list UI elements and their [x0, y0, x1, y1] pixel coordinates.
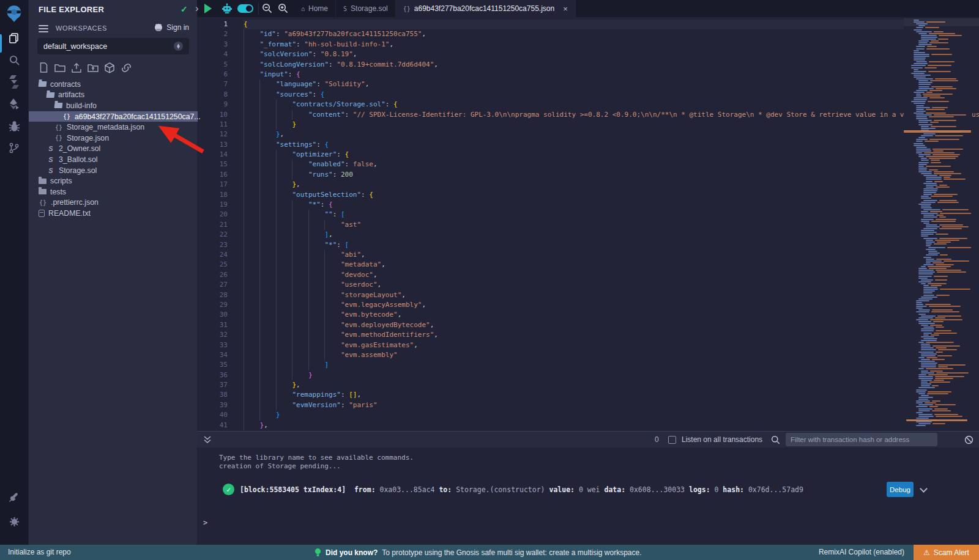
indent-guide — [259, 320, 260, 330]
copilot-toggle[interactable] — [237, 4, 253, 13]
tree-item[interactable]: {}.prettierrc.json — [29, 197, 198, 208]
zoom-out-icon[interactable] — [262, 3, 272, 16]
tree-item[interactable]: build-info — [29, 100, 198, 111]
workspace-select[interactable]: default_workspace ▲▼ — [37, 38, 189, 54]
clear-console-icon[interactable] — [964, 435, 973, 444]
git-init-button[interactable]: Initialize as git repo — [8, 545, 71, 560]
sidebar-item-plugin-manager[interactable] — [0, 486, 28, 508]
indent-guide — [244, 29, 244, 39]
tree-item[interactable]: S2_Owner.sol — [29, 144, 198, 155]
copilot-status[interactable]: RemixAI Copilot (enabled) — [819, 545, 904, 560]
tree-item[interactable]: SStorage.sol — [29, 165, 198, 176]
indent-guide — [259, 190, 260, 200]
indent-guide — [276, 210, 277, 219]
did-you-know-hint: Did you know? To prototype using the Gno… — [315, 545, 642, 560]
indent-guide — [244, 290, 244, 300]
expand-terminal-icon[interactable] — [203, 435, 212, 444]
indent-guide — [259, 180, 260, 190]
ethereum-deploy-icon — [9, 98, 20, 110]
indent-guide — [259, 390, 260, 400]
cube-icon[interactable] — [104, 62, 115, 73]
line-number: 34 — [197, 350, 228, 360]
tree-item[interactable]: {}Storage.json — [29, 133, 198, 144]
ai-copilot-robot-icon[interactable] — [221, 3, 233, 17]
upload-file-icon[interactable] — [71, 62, 82, 73]
sidebar-item-debugger[interactable] — [0, 115, 28, 137]
tab-a69b43f277ba20fcac141151250ca755-json[interactable]: {}a69b43f277ba20fcac141151250ca755.json× — [396, 0, 576, 17]
zoom-in-icon[interactable] — [278, 3, 288, 16]
status-bar: Initialize as git repo Did you know? To … — [0, 545, 979, 560]
indent-guide — [276, 160, 277, 169]
indent-guide — [244, 370, 244, 380]
tree-item[interactable]: contracts — [29, 79, 198, 90]
tab-storage-sol[interactable]: SStorage.sol — [336, 0, 396, 17]
tree-item[interactable]: artifacts — [29, 90, 198, 101]
tx-expand-caret-icon[interactable] — [920, 485, 928, 493]
indent-guide — [324, 290, 325, 300]
sidebar-item-settings[interactable] — [0, 510, 28, 532]
editor-scrollbar[interactable] — [971, 17, 979, 431]
sidebar-item-file-explorer[interactable] — [0, 27, 28, 49]
code-line: "metadata", — [244, 260, 979, 270]
editor-minimap[interactable] — [904, 17, 971, 431]
indent-guide — [244, 421, 244, 430]
indent-guide — [308, 310, 309, 320]
tree-item[interactable]: README.txt — [29, 208, 198, 219]
indent-guide — [244, 190, 244, 200]
line-number: 38 — [197, 390, 228, 400]
minimap-slider[interactable] — [904, 18, 979, 26]
scam-alert-button[interactable]: ⚠ Scam Alert — [914, 545, 979, 560]
debug-button[interactable]: Debug — [887, 482, 914, 497]
tree-item-label: Storage.sol — [59, 166, 97, 175]
code-line: "evm.deployedBytecode", — [244, 320, 979, 330]
tab-home[interactable]: ⌂Home — [294, 0, 336, 17]
run-script-button[interactable] — [204, 4, 212, 13]
new-folder-icon[interactable] — [54, 62, 65, 73]
github-sign-in[interactable]: Sign in — [154, 23, 189, 32]
indent-guide — [292, 250, 292, 260]
code-line: "evm.assembly" — [244, 350, 979, 360]
indent-guide — [244, 120, 244, 130]
indent-guide — [292, 280, 292, 290]
hamburger-menu-icon[interactable] — [39, 25, 48, 32]
chevron-right-icon[interactable]: › — [195, 2, 199, 15]
line-number: 40 — [197, 410, 228, 420]
transaction-row[interactable]: ✓ [block:5583405 txIndex:4] from: 0xa03.… — [197, 481, 979, 499]
tree-item[interactable]: {}a69b43f277ba20fcac141151250ca7... — [29, 111, 198, 122]
indent-guide — [244, 400, 244, 410]
folder-icon — [39, 189, 47, 194]
upload-folder-icon[interactable] — [87, 62, 99, 73]
tree-item[interactable]: S3_Ballot.sol — [29, 154, 198, 165]
indent-guide — [324, 280, 325, 290]
sign-in-label: Sign in — [166, 23, 189, 32]
tree-item[interactable]: {}Storage_metadata.json — [29, 122, 198, 133]
terminal-prompt[interactable]: > — [203, 518, 207, 527]
listen-transactions-label[interactable]: Listen on all transactions — [682, 435, 762, 444]
code-line: "*": [ — [244, 240, 979, 250]
indent-guide — [324, 310, 325, 320]
sidebar-item-git[interactable] — [0, 137, 28, 159]
code-line: }, — [244, 180, 979, 190]
listen-transactions-checkbox[interactable] — [668, 436, 676, 444]
indent-guide — [244, 140, 244, 150]
code-line: }, — [244, 130, 979, 139]
indent-guide — [308, 230, 309, 240]
sidebar-item-search[interactable] — [0, 49, 28, 71]
transaction-filter-input[interactable] — [786, 433, 937, 446]
remix-logo-icon[interactable] — [0, 0, 28, 27]
new-file-icon[interactable] — [39, 62, 49, 73]
code-line: "sources": { — [244, 90, 979, 100]
plug-icon — [9, 492, 20, 503]
link-icon[interactable] — [121, 62, 132, 73]
close-tab-icon[interactable]: × — [563, 4, 568, 13]
code-line: "id": "a69b43f277ba20fcac141151250ca755"… — [244, 29, 979, 39]
sidebar-item-solidity-compiler[interactable] — [0, 71, 28, 93]
sidebar-item-deploy-run[interactable] — [0, 93, 28, 115]
code-editor[interactable]: 1234567891011121314151617181920212223242… — [197, 17, 979, 431]
indent-guide — [244, 380, 244, 390]
tree-item[interactable]: scripts — [29, 175, 198, 186]
indent-guide — [324, 320, 325, 330]
indent-guide — [259, 300, 260, 310]
tree-item[interactable]: tests — [29, 186, 198, 197]
indent-guide — [259, 380, 260, 390]
